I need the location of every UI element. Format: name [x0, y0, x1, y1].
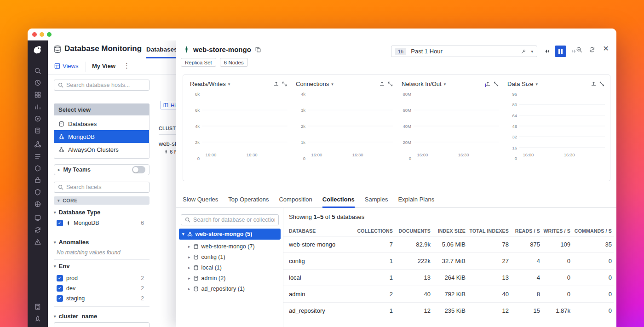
column-header-writes-s[interactable]: WRITES / S: [542, 228, 572, 234]
search-icon[interactable]: [34, 67, 41, 75]
table-row[interactable]: ad_repository 1 12 235 KiB 12 15 1.87k 0: [283, 303, 614, 319]
column-header-database[interactable]: DATABASE: [289, 228, 355, 234]
my-teams-toggle[interactable]: [132, 166, 145, 173]
rum-icon[interactable]: [34, 214, 41, 222]
checkbox-checked[interactable]: ✓: [57, 275, 63, 281]
tab-collections[interactable]: Collections: [322, 192, 355, 208]
tab-databases[interactable]: Databases: [146, 46, 178, 58]
facet-search-field[interactable]: [66, 184, 145, 190]
table-row[interactable]: web-store-mongo 7 82.9k 5.06 MiB 78 875 …: [283, 236, 614, 253]
host-search-field[interactable]: [66, 82, 145, 88]
export-icon[interactable]: [379, 81, 385, 87]
pause-button[interactable]: [555, 46, 566, 57]
facet-value-dev[interactable]: ✓ dev 2: [57, 284, 150, 293]
dashboards-icon[interactable]: [34, 91, 41, 98]
chevron-down-icon[interactable]: ▾: [531, 49, 533, 54]
column-header-collections[interactable]: COLLECTIONS: [355, 228, 395, 234]
tab-composition[interactable]: Composition: [279, 192, 312, 208]
security-icon[interactable]: [34, 189, 41, 196]
chevron-right-icon[interactable]: ▸: [188, 265, 190, 270]
view-item-mongodb[interactable]: MongoDB: [54, 130, 149, 143]
tree-node-config[interactable]: ▸ config (1): [176, 252, 283, 262]
checkbox-checked[interactable]: ✓: [57, 295, 63, 302]
facet-env[interactable]: ▾ Env: [54, 263, 69, 270]
tree-node-admin[interactable]: ▸ admin (2): [176, 273, 283, 283]
select-view-header[interactable]: Select view: [54, 103, 150, 115]
tab-samples[interactable]: Samples: [365, 192, 388, 208]
whats-new-rocket-icon[interactable]: [34, 315, 41, 322]
facet-cluster-name[interactable]: ▾ cluster_name: [54, 313, 97, 320]
table-row[interactable]: local 1 13 264 KiB 13 4 0 0: [283, 270, 614, 286]
chevron-down-icon[interactable]: ▾: [535, 82, 538, 86]
chevron-right-icon[interactable]: ▸: [188, 244, 190, 249]
column-header-documents[interactable]: DOCUMENTS: [395, 228, 432, 234]
chevron-right-icon[interactable]: ▸: [188, 287, 190, 291]
error-tracking-icon[interactable]: [34, 238, 41, 246]
column-header-index-size[interactable]: INDEX SIZE: [432, 228, 467, 234]
watchdog-icon[interactable]: [34, 115, 41, 122]
cluster-name-filter-input[interactable]: [54, 322, 150, 327]
metrics-icon[interactable]: [34, 103, 41, 110]
tab-slow-queries[interactable]: Slow Queries: [183, 192, 218, 208]
infrastructure-icon[interactable]: [34, 165, 41, 172]
tree-node-web-store-mongo[interactable]: ▸ web-store-mongo (7): [176, 241, 283, 252]
export-icon[interactable]: [273, 81, 279, 87]
tree-node-local[interactable]: ▸ local (1): [176, 262, 283, 273]
views-menu[interactable]: Views: [54, 63, 78, 69]
tree-search-input[interactable]: [181, 214, 279, 225]
current-view-tab[interactable]: My View: [92, 63, 115, 69]
time-range-selector[interactable]: 1h Past 1 Hour ▾: [391, 46, 537, 57]
facet-value-prod[interactable]: ✓ prod 2: [57, 274, 150, 282]
chevron-down-icon[interactable]: ▾: [331, 82, 334, 86]
column-header-reads-s[interactable]: READS / S: [511, 228, 542, 234]
table-row[interactable]: admin 2 40 792 KiB 40 8 0 0: [283, 286, 614, 303]
close-drawer-icon[interactable]: ×: [603, 44, 609, 53]
facet-value-staging[interactable]: ✓ staging 2: [57, 294, 150, 303]
pin-icon[interactable]: [521, 49, 526, 54]
host-search-input[interactable]: [54, 80, 150, 91]
rewind-button[interactable]: [541, 46, 553, 57]
copy-icon[interactable]: [255, 46, 261, 53]
integrations-icon[interactable]: [34, 177, 41, 184]
my-teams-row[interactable]: ▸ My Teams: [54, 164, 150, 175]
facet-anomalies[interactable]: ▾ Anomalies: [54, 239, 89, 246]
view-item-alwayson-clusters[interactable]: AlwaysOn Clusters: [54, 143, 149, 156]
column-header-total-indexes[interactable]: TOTAL INDEXES: [467, 228, 511, 234]
apm-services-icon[interactable]: [34, 141, 41, 148]
zoom-window-button[interactable]: [47, 32, 52, 37]
logs-icon[interactable]: [34, 153, 41, 160]
chevron-down-icon[interactable]: ▾: [444, 82, 446, 86]
facet-group-core[interactable]: ▾ CORE: [54, 196, 150, 205]
chevron-right-icon[interactable]: ▸: [188, 255, 190, 259]
tree-search-field[interactable]: [193, 217, 275, 223]
checkbox-checked[interactable]: ✓: [57, 285, 63, 292]
facet-database-type[interactable]: ▾ Database Type: [54, 209, 100, 216]
chevron-right-icon[interactable]: ▸: [188, 276, 190, 281]
notebooks-icon[interactable]: [34, 127, 41, 134]
minimize-window-button[interactable]: [40, 32, 44, 37]
tab-top-operations[interactable]: Top Operations: [228, 192, 269, 208]
refresh-icon[interactable]: [589, 46, 595, 53]
close-window-button[interactable]: [32, 32, 37, 37]
organization-icon[interactable]: [34, 303, 41, 310]
ci-icon[interactable]: [34, 226, 41, 234]
kebab-menu-icon[interactable]: ⋮: [123, 62, 130, 70]
datadog-logo[interactable]: [32, 44, 44, 56]
expand-icon[interactable]: [387, 81, 393, 87]
expand-icon[interactable]: [282, 81, 288, 87]
expand-icon[interactable]: [599, 81, 605, 87]
tree-node-selected[interactable]: ▾ web-store-mongo (5): [179, 229, 281, 240]
facet-value-mongodb[interactable]: ✓ MongoDB 6: [57, 219, 150, 227]
expand-icon[interactable]: [493, 81, 499, 87]
export-icon[interactable]: [485, 81, 491, 87]
chevron-down-icon[interactable]: ▾: [182, 232, 184, 236]
chevron-down-icon[interactable]: ▾: [228, 82, 230, 86]
view-item-databases[interactable]: Databases: [54, 117, 149, 130]
table-row[interactable]: config 1 222k 32.7 MiB 27 4 0 0: [283, 253, 614, 270]
facet-search-input[interactable]: [54, 182, 150, 193]
tree-node-ad-repository[interactable]: ▸ ad_repository (1): [176, 283, 283, 294]
synthetics-icon[interactable]: [34, 201, 41, 208]
column-header-commands-s[interactable]: COMMANDS / S: [572, 228, 614, 234]
checkbox-checked[interactable]: ✓: [57, 220, 63, 226]
export-icon[interactable]: [591, 81, 597, 87]
